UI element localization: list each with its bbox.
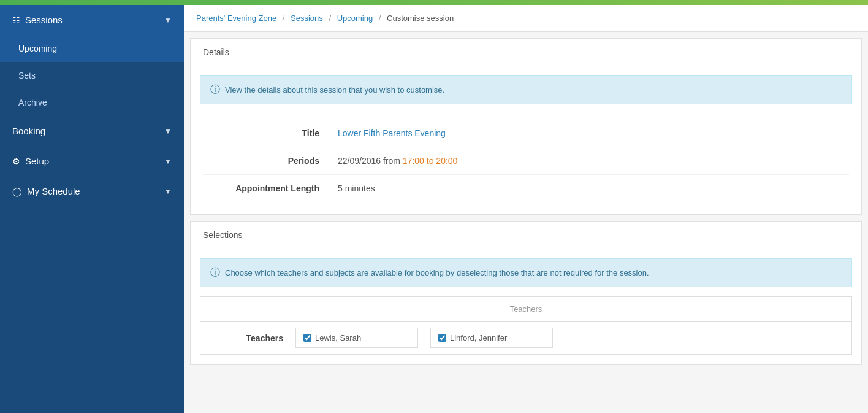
details-header: Details: [191, 39, 861, 66]
teachers-column-header-text: Teachers: [510, 304, 542, 314]
details-grid: Title Lower Fifth Parents Evening Period…: [191, 114, 861, 214]
teacher-item-1: Lewis, Sarah: [295, 328, 418, 348]
top-bar: [0, 0, 868, 5]
main-content: Parents' Evening Zone / Sessions / Upcom…: [184, 5, 868, 413]
details-info-box: ⓘ View the details about this session th…: [200, 75, 852, 104]
teacher2-name: Linford, Jennifer: [450, 333, 507, 342]
sidebar-item-booking[interactable]: Booking ▼: [0, 116, 184, 146]
sidebar-item-setup[interactable]: ⚙ Setup ▼: [0, 146, 184, 176]
periods-row: Periods 22/09/2016 from 17:00 to 20:00: [203, 147, 849, 175]
breadcrumb-upcoming[interactable]: Upcoming: [337, 14, 373, 23]
teacher2-checkbox[interactable]: [438, 334, 446, 342]
breadcrumb: Parents' Evening Zone / Sessions / Upcom…: [184, 5, 868, 32]
sidebar-item-upcoming[interactable]: Upcoming: [0, 35, 184, 62]
breadcrumb-sessions[interactable]: Sessions: [291, 14, 323, 23]
teachers-table: Teachers Teachers Lewis, Sarah Linford, …: [200, 296, 852, 355]
breadcrumb-sep-1: /: [283, 14, 285, 23]
appointment-length-value: 5 minutes: [338, 183, 375, 193]
my-schedule-arrow-icon: ▼: [164, 187, 172, 196]
sessions-label: Sessions: [25, 15, 63, 25]
booking-arrow-icon: ▼: [164, 127, 172, 136]
info-icon: ⓘ: [210, 83, 220, 96]
upcoming-label: Upcoming: [18, 44, 57, 53]
sidebar-item-sets[interactable]: Sets: [0, 62, 184, 89]
teachers-row: Teachers Lewis, Sarah Linford, Jennifer: [200, 322, 851, 354]
sets-label: Sets: [18, 71, 36, 80]
teacher1-checkbox[interactable]: [303, 334, 311, 342]
breadcrumb-parents-evening-zone[interactable]: Parents' Evening Zone: [196, 14, 276, 23]
sidebar-item-archive[interactable]: Archive: [0, 89, 184, 116]
breadcrumb-sep-3: /: [379, 14, 381, 23]
grid-icon: ☷: [12, 15, 20, 25]
sidebar-item-sessions[interactable]: ☷ Sessions ▼: [0, 5, 184, 35]
teachers-row-label: Teachers: [210, 333, 283, 343]
selections-info-box: ⓘ Choose which teachers and subjects are…: [200, 258, 852, 287]
breadcrumb-customise-session: Customise session: [387, 14, 454, 23]
details-header-text: Details: [203, 47, 229, 57]
teachers-table-header: Teachers: [200, 297, 851, 322]
details-info-text: View the details about this session that…: [225, 85, 444, 95]
clock-icon: ◯: [12, 187, 22, 196]
setup-arrow-icon: ▼: [164, 157, 172, 166]
sidebar: ☷ Sessions ▼ Upcoming Sets Archive Booki…: [0, 5, 184, 413]
periods-time: 17:00 to 20:00: [403, 156, 458, 166]
my-schedule-label: My Schedule: [27, 186, 80, 196]
teacher-items-container: Lewis, Sarah Linford, Jennifer: [295, 328, 553, 348]
periods-label: Periods: [203, 156, 338, 166]
selections-header-text: Selections: [203, 230, 243, 240]
periods-value: 22/09/2016 from 17:00 to 20:00: [338, 156, 457, 166]
title-value: Lower Fifth Parents Evening: [338, 128, 446, 138]
selections-header: Selections: [191, 222, 861, 249]
appointment-length-label: Appointment Length: [203, 183, 338, 193]
selections-info-text: Choose which teachers and subjects are a…: [225, 268, 649, 277]
selections-section: Selections ⓘ Choose which teachers and s…: [190, 221, 862, 365]
details-section: Details ⓘ View the details about this se…: [190, 38, 862, 215]
title-label: Title: [203, 128, 338, 138]
teacher-item-2: Linford, Jennifer: [430, 328, 553, 348]
archive-label: Archive: [18, 98, 47, 107]
appointment-length-row: Appointment Length 5 minutes: [203, 175, 849, 202]
booking-label: Booking: [12, 126, 45, 136]
breadcrumb-sep-2: /: [329, 14, 331, 23]
title-row: Title Lower Fifth Parents Evening: [203, 120, 849, 147]
gear-icon: ⚙: [12, 156, 20, 166]
setup-label: Setup: [25, 156, 49, 166]
teacher1-name: Lewis, Sarah: [315, 333, 361, 342]
sidebar-item-my-schedule[interactable]: ◯ My Schedule ▼: [0, 176, 184, 206]
sessions-arrow-icon: ▼: [164, 16, 172, 25]
selections-info-icon: ⓘ: [210, 266, 220, 279]
periods-date: 22/09/2016 from: [338, 156, 403, 166]
